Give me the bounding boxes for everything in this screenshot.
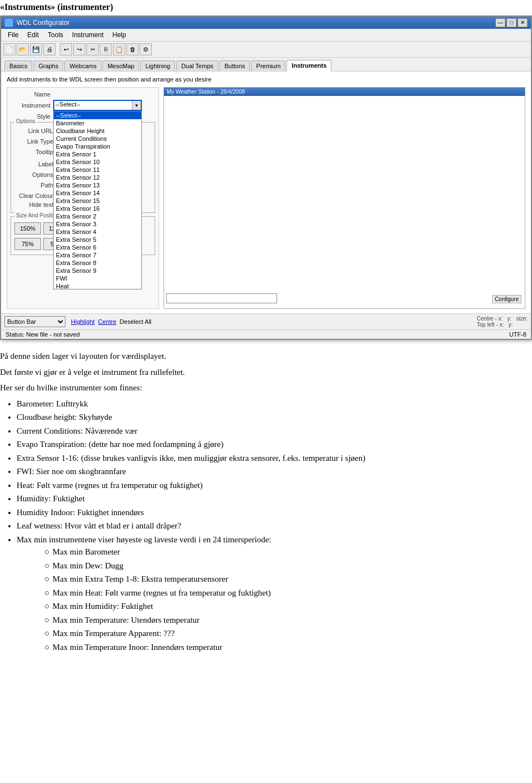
dropdown-item-es5[interactable]: Extra Sensor 5 (54, 236, 141, 243)
dropdown-item-es8[interactable]: Extra Sensor 8 (54, 259, 141, 267)
maxmin-item-7: Max min Temperature Inoor: Innendørs tem… (44, 641, 532, 654)
copy-button[interactable]: ⎘ (100, 43, 112, 55)
delete-button[interactable]: 🗑 (126, 43, 139, 55)
tab-buttons[interactable]: Buttons (219, 60, 250, 71)
bottom-select[interactable]: Button Bar (4, 316, 65, 327)
dropdown-arrow-icon[interactable]: ▼ (132, 101, 141, 110)
dropdown-item-es6[interactable]: Extra Sensor 6 (54, 243, 141, 251)
dropdown-item-fwi[interactable]: FWI (54, 274, 141, 282)
dropdown-item-es4[interactable]: Extra Sensor 4 (54, 228, 141, 236)
maxmin-item-4: Max min Humidity: Fuktighet (44, 600, 532, 613)
dropdown-item-heat[interactable]: Heat (54, 282, 141, 289)
paste-button[interactable]: 📋 (113, 43, 125, 55)
instrument-item-3: Evapo Transpiration: (dette har noe med … (17, 438, 532, 451)
link-type-label: Link Type (13, 138, 53, 145)
tab-lightning[interactable]: Lightning (140, 60, 175, 71)
instrument-item-2: Current Conditions: Nåværende vær (17, 425, 532, 438)
preview-canvas: Configure (164, 96, 525, 307)
dropdown-item-es1[interactable]: Extra Sensor 1 (54, 150, 141, 158)
instrument-dropdown-wrapper: --Select-- ▼ --Select-- Barometer Cloudb… (53, 100, 142, 111)
new-button[interactable]: 📄 (3, 43, 16, 55)
dropdown-item-select[interactable]: --Select-- (54, 111, 141, 119)
tab-premium[interactable]: Premium (251, 60, 285, 71)
app-icon (4, 18, 13, 27)
preview-input[interactable] (166, 293, 277, 303)
print-button[interactable]: 🖨 (43, 43, 55, 55)
dropdown-item-es3[interactable]: Extra Sensor 3 (54, 220, 141, 228)
instrument-item-6: Heat: Følt varme (regnes ut fra temperat… (17, 479, 532, 492)
save-button[interactable]: 💾 (30, 43, 42, 55)
tab-graphs[interactable]: Graphs (33, 60, 63, 71)
tab-webcams[interactable]: Webcams (64, 60, 101, 71)
dropdown-item-es11[interactable]: Extra Sensor 11 (54, 166, 141, 174)
menu-tools[interactable]: Tools (43, 30, 68, 40)
maxmin-item-2: Max min Extra Temp 1-8: Ekstra temperatu… (44, 573, 532, 586)
label-label: Label (13, 161, 53, 167)
bottom-toolbar: Button Bar Highlight Centre Deselect All… (1, 313, 531, 329)
maxmin-item-1: Max min Dew: Dugg (44, 560, 532, 572)
centre-link[interactable]: Centre (98, 318, 116, 325)
maximize-button[interactable]: □ (507, 18, 516, 27)
clear-colour-label: Clear Colour (13, 192, 53, 199)
max-min-intro-item: Max min instrumentene viser høyeste og l… (17, 533, 532, 654)
dropdown-item-es12[interactable]: Extra Sensor 12 (54, 174, 141, 181)
dropdown-scroll-area[interactable]: --Select-- Barometer Cloudbase Height Cu… (54, 111, 141, 289)
size-150-button[interactable]: 150% (14, 222, 41, 235)
dropdown-item-es7[interactable]: Extra Sensor 7 (54, 251, 141, 259)
dropdown-item-es9[interactable]: Extra Sensor 9 (54, 267, 141, 274)
topleft-x-label: Top left - x: (477, 322, 504, 328)
dropdown-item-cloudbase[interactable]: Cloudbase Height (54, 127, 141, 135)
topleft-y-label: y: (509, 322, 513, 328)
maxmin-item-3: Max min Heat: Følt varme (regnes ut fra … (44, 587, 532, 599)
dropdown-item-es10[interactable]: Extra Sensor 10 (54, 158, 141, 166)
configure-button[interactable]: Configure (492, 295, 521, 303)
instrument-dropdown-list[interactable]: --Select-- Barometer Cloudbase Height Cu… (53, 111, 142, 289)
instrument-select[interactable]: --Select-- (53, 100, 142, 111)
main-description: Add instruments to the WDL screen then p… (7, 76, 525, 83)
main-area: Add instruments to the WDL screen then p… (1, 72, 531, 313)
redo-button[interactable]: ↪ (73, 43, 85, 55)
menu-edit[interactable]: Edit (23, 30, 43, 40)
body-text: På denne siden lager vi layouten for vær… (0, 348, 532, 659)
minimize-button[interactable]: — (495, 18, 505, 27)
open-button[interactable]: 📂 (17, 43, 29, 55)
page-title: «Instruments» (instrumenter) (0, 0, 532, 16)
options-legend: Options (14, 118, 37, 124)
tab-basics[interactable]: Basics (4, 60, 32, 71)
instrument-item-0: Barometer: Lufttrykk (17, 398, 532, 410)
dropdown-item-es13[interactable]: Extra Sensor 13 (54, 181, 141, 189)
dropdown-item-es2[interactable]: Extra Sensor 2 (54, 212, 141, 220)
tab-instruments[interactable]: Instruments (287, 60, 331, 72)
body-intro1: På denne siden lager vi layouten for vær… (0, 350, 532, 363)
dropdown-item-es16[interactable]: Extra Sensor 16 (54, 205, 141, 212)
max-min-list: Max min Barometer Max min Dew: Dugg Max … (44, 546, 532, 653)
settings-button[interactable]: ⚙ (140, 43, 152, 55)
dropdown-item-es14[interactable]: Extra Sensor 14 (54, 189, 141, 197)
titlebar-content: WDL Configurator (4, 18, 70, 27)
close-button[interactable]: ✕ (518, 18, 528, 27)
instrument-item-4: Extra Sensor 1-16: (disse brukes vanligv… (17, 452, 532, 465)
statusbar: Status: New file - not saved UTF-8 (1, 329, 531, 339)
menu-file[interactable]: File (3, 30, 23, 40)
dropdown-item-es15[interactable]: Extra Sensor 15 (54, 197, 141, 205)
cut-button[interactable]: ✂ (86, 43, 99, 55)
toolbar: 📄 📂 💾 🖨 ↩ ↪ ✂ ⎘ 📋 🗑 ⚙ (1, 42, 531, 58)
highlight-link[interactable]: Highlight (71, 318, 95, 325)
deselect-all-link[interactable]: Deselect All (120, 318, 151, 325)
select-value-text: --Select-- (55, 101, 80, 108)
body-intro2: Det første vi gjør er å velge et instrum… (0, 366, 532, 379)
encoding-text: UTF-8 (509, 331, 526, 338)
size-label: size: (516, 316, 528, 322)
window-title: WDL Configurator (17, 19, 70, 27)
undo-button[interactable]: ↩ (60, 43, 72, 55)
menu-instrument[interactable]: Instrument (68, 30, 108, 40)
dropdown-item-barometer[interactable]: Barometer (54, 119, 141, 127)
tab-dual-temps[interactable]: Dual Temps (176, 60, 218, 71)
tab-mesomap[interactable]: MesoMap (103, 60, 139, 71)
maxmin-item-6: Max min Temperature Apparent: ??? (44, 627, 532, 640)
size-75-button[interactable]: 75% (14, 238, 41, 250)
menu-help[interactable]: Help (108, 30, 131, 40)
dropdown-item-current[interactable]: Current Conditions (54, 135, 141, 143)
dropdown-item-evapo[interactable]: Evapo Transpiration (54, 143, 141, 150)
instruments-list: Barometer: Lufttrykk Cloudbase height: S… (17, 398, 532, 654)
